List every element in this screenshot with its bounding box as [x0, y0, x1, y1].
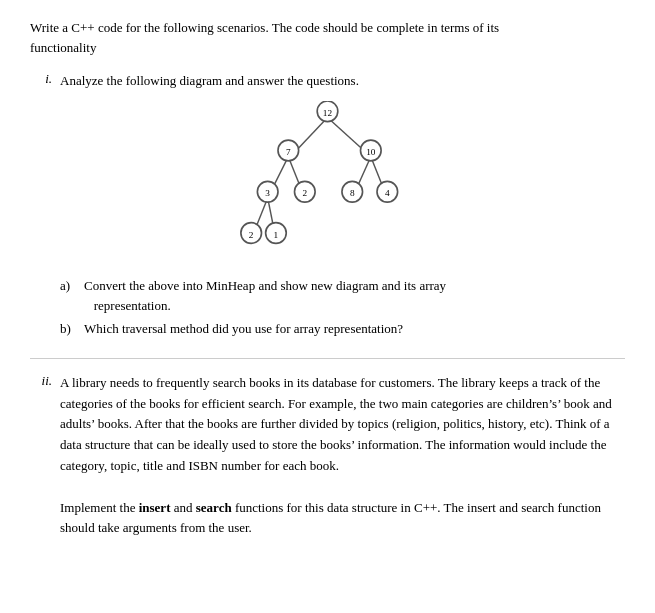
subq-a-text: Convert the above into MinHeap and show …: [84, 276, 446, 318]
svg-line-7: [268, 197, 276, 238]
svg-point-12: [361, 140, 382, 161]
intro-text: Write a C++ code for the following scena…: [30, 18, 625, 57]
svg-point-14: [257, 181, 278, 202]
svg-text:8: 8: [350, 188, 355, 198]
intro-line1: Write a C++ code for the following scena…: [30, 20, 499, 35]
svg-text:2: 2: [249, 229, 254, 239]
question-1-text: Analyze the following diagram and answer…: [60, 71, 359, 91]
svg-text:2: 2: [302, 188, 307, 198]
question-1-label: i. Analyze the following diagram and ans…: [30, 71, 625, 91]
svg-point-8: [317, 101, 338, 122]
sub-questions: a) Convert the above into MinHeap and sh…: [60, 276, 625, 340]
tree-svg: 12 7 10 3 2 8 4 2 1: [30, 101, 625, 266]
svg-line-0: [290, 117, 327, 156]
question-1-block: i. Analyze the following diagram and ans…: [30, 71, 625, 340]
intro-line2: functionality: [30, 40, 96, 55]
svg-text:10: 10: [366, 147, 376, 157]
divider: [30, 358, 625, 359]
insert-bold: insert: [139, 500, 171, 515]
q2-para2: Implement the insert and search function…: [60, 498, 625, 540]
subq-b-label: b): [60, 319, 78, 340]
svg-line-5: [371, 156, 388, 197]
q2-para1: A library needs to frequently search boo…: [60, 373, 625, 477]
page: Write a C++ code for the following scena…: [0, 0, 655, 559]
svg-line-2: [268, 156, 289, 197]
svg-text:3: 3: [265, 188, 270, 198]
question-2-text: A library needs to frequently search boo…: [60, 373, 625, 539]
svg-point-10: [278, 140, 299, 161]
subq-b: b) Which traversal method did you use fo…: [60, 319, 625, 340]
tree-diagram: 12 7 10 3 2 8 4 2 1: [30, 101, 625, 266]
svg-text:1: 1: [274, 229, 279, 239]
question-2-roman: ii.: [30, 373, 52, 539]
svg-line-6: [251, 197, 268, 238]
svg-point-20: [377, 181, 398, 202]
svg-text:7: 7: [286, 147, 291, 157]
svg-point-24: [266, 222, 287, 243]
svg-text:12: 12: [323, 107, 333, 117]
svg-point-22: [241, 222, 262, 243]
svg-point-18: [342, 181, 363, 202]
subq-a: a) Convert the above into MinHeap and sh…: [60, 276, 625, 318]
svg-line-4: [352, 156, 371, 197]
svg-line-3: [288, 156, 305, 197]
search-bold: search: [196, 500, 232, 515]
subq-a-label: a): [60, 276, 78, 318]
subq-b-text: Which traversal method did you use for a…: [84, 319, 403, 340]
question-1-roman: i.: [30, 71, 52, 87]
svg-point-16: [295, 181, 316, 202]
svg-text:4: 4: [385, 188, 390, 198]
svg-line-1: [328, 117, 371, 156]
question-2-block: ii. A library needs to frequently search…: [30, 373, 625, 539]
